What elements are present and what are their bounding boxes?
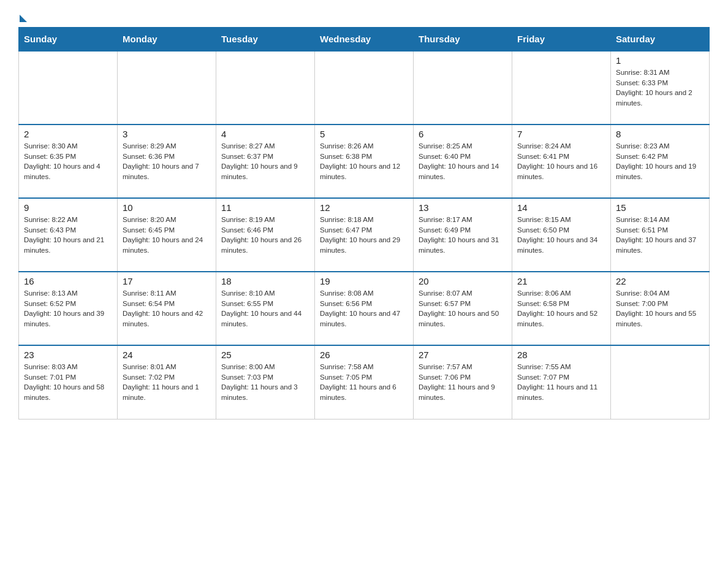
calendar-week-5: 23Sunrise: 8:03 AM Sunset: 7:01 PM Dayli… xyxy=(19,345,710,419)
calendar-cell: 8Sunrise: 8:23 AM Sunset: 6:42 PM Daylig… xyxy=(611,124,710,198)
calendar-cell: 4Sunrise: 8:27 AM Sunset: 6:37 PM Daylig… xyxy=(216,124,315,198)
day-number: 2 xyxy=(24,129,112,139)
calendar-week-2: 2Sunrise: 8:30 AM Sunset: 6:35 PM Daylig… xyxy=(19,124,710,198)
calendar-cell xyxy=(19,51,118,124)
calendar-cell: 7Sunrise: 8:24 AM Sunset: 6:41 PM Daylig… xyxy=(512,124,611,198)
day-number: 8 xyxy=(616,129,704,139)
day-number: 24 xyxy=(123,350,211,360)
calendar-cell: 21Sunrise: 8:06 AM Sunset: 6:58 PM Dayli… xyxy=(512,272,611,345)
day-info: Sunrise: 8:26 AM Sunset: 6:38 PM Dayligh… xyxy=(320,141,408,182)
day-number: 23 xyxy=(24,350,112,360)
day-info: Sunrise: 8:29 AM Sunset: 6:36 PM Dayligh… xyxy=(123,141,211,182)
logo-arrow-icon xyxy=(20,15,27,22)
day-number: 6 xyxy=(419,129,507,139)
day-number: 12 xyxy=(320,202,408,213)
calendar-cell: 13Sunrise: 8:17 AM Sunset: 6:49 PM Dayli… xyxy=(414,198,512,272)
day-info: Sunrise: 8:11 AM Sunset: 6:54 PM Dayligh… xyxy=(123,288,211,329)
logo xyxy=(18,12,27,21)
calendar-cell xyxy=(414,51,512,124)
calendar-cell: 17Sunrise: 8:11 AM Sunset: 6:54 PM Dayli… xyxy=(118,272,216,345)
day-info: Sunrise: 8:15 AM Sunset: 6:50 PM Dayligh… xyxy=(517,215,605,256)
day-number: 11 xyxy=(221,202,309,213)
calendar-week-4: 16Sunrise: 8:13 AM Sunset: 6:52 PM Dayli… xyxy=(19,272,710,345)
calendar-cell: 16Sunrise: 8:13 AM Sunset: 6:52 PM Dayli… xyxy=(19,272,118,345)
day-info: Sunrise: 8:31 AM Sunset: 6:33 PM Dayligh… xyxy=(616,67,704,109)
day-number: 21 xyxy=(517,276,605,286)
day-info: Sunrise: 8:22 AM Sunset: 6:43 PM Dayligh… xyxy=(24,215,112,256)
calendar-header-friday: Friday xyxy=(512,28,611,52)
day-info: Sunrise: 8:30 AM Sunset: 6:35 PM Dayligh… xyxy=(24,141,112,182)
day-info: Sunrise: 8:08 AM Sunset: 6:56 PM Dayligh… xyxy=(320,288,408,329)
calendar-cell xyxy=(118,51,216,124)
day-number: 20 xyxy=(419,276,507,286)
day-info: Sunrise: 7:55 AM Sunset: 7:07 PM Dayligh… xyxy=(517,362,605,403)
calendar-cell: 28Sunrise: 7:55 AM Sunset: 7:07 PM Dayli… xyxy=(512,345,611,419)
day-number: 28 xyxy=(517,350,605,360)
day-number: 3 xyxy=(123,129,211,139)
day-info: Sunrise: 7:58 AM Sunset: 7:05 PM Dayligh… xyxy=(320,362,408,403)
day-number: 19 xyxy=(320,276,408,286)
calendar-header-sunday: Sunday xyxy=(19,28,118,52)
day-number: 10 xyxy=(123,202,211,213)
day-info: Sunrise: 8:14 AM Sunset: 6:51 PM Dayligh… xyxy=(616,215,704,256)
day-number: 16 xyxy=(24,276,112,286)
day-info: Sunrise: 8:10 AM Sunset: 6:55 PM Dayligh… xyxy=(221,288,309,329)
calendar-cell: 6Sunrise: 8:25 AM Sunset: 6:40 PM Daylig… xyxy=(414,124,512,198)
calendar-header-row: SundayMondayTuesdayWednesdayThursdayFrid… xyxy=(19,28,710,52)
calendar-header-monday: Monday xyxy=(118,28,216,52)
day-info: Sunrise: 8:18 AM Sunset: 6:47 PM Dayligh… xyxy=(320,215,408,256)
page-header xyxy=(18,12,710,21)
day-number: 1 xyxy=(616,55,704,66)
day-number: 15 xyxy=(616,202,704,213)
calendar-cell xyxy=(216,51,315,124)
calendar-cell: 3Sunrise: 8:29 AM Sunset: 6:36 PM Daylig… xyxy=(118,124,216,198)
day-info: Sunrise: 8:25 AM Sunset: 6:40 PM Dayligh… xyxy=(419,141,507,182)
day-number: 27 xyxy=(419,350,507,360)
calendar-cell: 26Sunrise: 7:58 AM Sunset: 7:05 PM Dayli… xyxy=(315,345,414,419)
calendar-cell: 25Sunrise: 8:00 AM Sunset: 7:03 PM Dayli… xyxy=(216,345,315,419)
day-info: Sunrise: 8:17 AM Sunset: 6:49 PM Dayligh… xyxy=(419,215,507,256)
day-info: Sunrise: 8:13 AM Sunset: 6:52 PM Dayligh… xyxy=(24,288,112,329)
calendar-week-1: 1Sunrise: 8:31 AM Sunset: 6:33 PM Daylig… xyxy=(19,51,710,124)
calendar-cell: 2Sunrise: 8:30 AM Sunset: 6:35 PM Daylig… xyxy=(19,124,118,198)
day-number: 25 xyxy=(221,350,309,360)
calendar-cell: 1Sunrise: 8:31 AM Sunset: 6:33 PM Daylig… xyxy=(611,51,710,124)
calendar-cell xyxy=(512,51,611,124)
day-info: Sunrise: 8:07 AM Sunset: 6:57 PM Dayligh… xyxy=(419,288,507,329)
day-number: 22 xyxy=(616,276,704,286)
calendar-cell: 12Sunrise: 8:18 AM Sunset: 6:47 PM Dayli… xyxy=(315,198,414,272)
day-info: Sunrise: 8:19 AM Sunset: 6:46 PM Dayligh… xyxy=(221,215,309,256)
day-number: 4 xyxy=(221,129,309,139)
day-number: 7 xyxy=(517,129,605,139)
calendar-cell: 20Sunrise: 8:07 AM Sunset: 6:57 PM Dayli… xyxy=(414,272,512,345)
calendar-cell: 10Sunrise: 8:20 AM Sunset: 6:45 PM Dayli… xyxy=(118,198,216,272)
day-number: 26 xyxy=(320,350,408,360)
day-number: 9 xyxy=(24,202,112,213)
calendar-header-thursday: Thursday xyxy=(414,28,512,52)
calendar-header-saturday: Saturday xyxy=(611,28,710,52)
day-number: 5 xyxy=(320,129,408,139)
day-info: Sunrise: 7:57 AM Sunset: 7:06 PM Dayligh… xyxy=(419,362,507,403)
calendar-cell: 5Sunrise: 8:26 AM Sunset: 6:38 PM Daylig… xyxy=(315,124,414,198)
day-info: Sunrise: 8:00 AM Sunset: 7:03 PM Dayligh… xyxy=(221,362,309,403)
calendar-cell: 19Sunrise: 8:08 AM Sunset: 6:56 PM Dayli… xyxy=(315,272,414,345)
calendar-week-3: 9Sunrise: 8:22 AM Sunset: 6:43 PM Daylig… xyxy=(19,198,710,272)
calendar-cell: 27Sunrise: 7:57 AM Sunset: 7:06 PM Dayli… xyxy=(414,345,512,419)
calendar-cell: 14Sunrise: 8:15 AM Sunset: 6:50 PM Dayli… xyxy=(512,198,611,272)
day-info: Sunrise: 8:01 AM Sunset: 7:02 PM Dayligh… xyxy=(123,362,211,403)
day-info: Sunrise: 8:04 AM Sunset: 7:00 PM Dayligh… xyxy=(616,288,704,329)
calendar-cell: 22Sunrise: 8:04 AM Sunset: 7:00 PM Dayli… xyxy=(611,272,710,345)
day-info: Sunrise: 8:27 AM Sunset: 6:37 PM Dayligh… xyxy=(221,141,309,182)
calendar-header-wednesday: Wednesday xyxy=(315,28,414,52)
day-number: 17 xyxy=(123,276,211,286)
calendar-cell: 24Sunrise: 8:01 AM Sunset: 7:02 PM Dayli… xyxy=(118,345,216,419)
calendar-cell xyxy=(315,51,414,124)
calendar-table: SundayMondayTuesdayWednesdayThursdayFrid… xyxy=(18,27,710,419)
day-info: Sunrise: 8:23 AM Sunset: 6:42 PM Dayligh… xyxy=(616,141,704,182)
calendar-header-tuesday: Tuesday xyxy=(216,28,315,52)
calendar-cell: 18Sunrise: 8:10 AM Sunset: 6:55 PM Dayli… xyxy=(216,272,315,345)
day-info: Sunrise: 8:06 AM Sunset: 6:58 PM Dayligh… xyxy=(517,288,605,329)
day-number: 13 xyxy=(419,202,507,213)
calendar-cell xyxy=(611,345,710,419)
calendar-cell: 9Sunrise: 8:22 AM Sunset: 6:43 PM Daylig… xyxy=(19,198,118,272)
